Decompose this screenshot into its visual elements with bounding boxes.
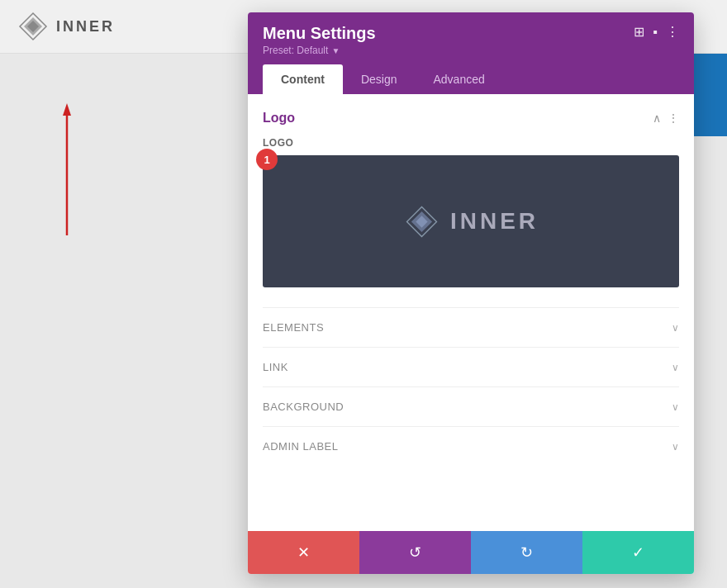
preset-dropdown-arrow: ▼ [331, 46, 340, 55]
tab-content[interactable]: Content [263, 64, 343, 94]
more-options-icon[interactable]: ⋮ [666, 24, 679, 40]
red-arrow [62, 99, 72, 243]
svg-marker-4 [63, 103, 71, 116]
tabs-bar: Content Design Advanced [248, 64, 694, 94]
logo-preview[interactable]: 1 INNER [263, 155, 679, 287]
modal-header-icons: ⊞ ▪ ⋮ [634, 24, 679, 40]
tab-design[interactable]: Design [343, 64, 416, 94]
accordion-background-label: Background [263, 401, 344, 413]
accordion-elements[interactable]: Elements ∨ [263, 307, 679, 347]
accordion-elements-header[interactable]: Elements ∨ [263, 321, 679, 334]
preset-label: Preset: Default [263, 45, 328, 56]
accordion-admin-label-header[interactable]: Admin Label ∨ [263, 440, 679, 453]
modal-title: Menu Settings [263, 24, 376, 43]
accordion-admin-label-label: Admin Label [263, 440, 338, 453]
accordion-link[interactable]: Link ∨ [263, 347, 679, 386]
logo-badge: 1 [256, 149, 278, 170]
brand-name: INNER [56, 18, 115, 36]
logo-section-header: Logo ∧ ⋮ [263, 111, 679, 126]
tab-advanced[interactable]: Advanced [415, 64, 502, 94]
accordion-elements-label: Elements [263, 321, 324, 334]
modal-body: Logo ∧ ⋮ Logo 1 INNER Elements [248, 94, 694, 531]
modal-title-area: Menu Settings Preset: Default ▼ [263, 24, 376, 56]
modal-header: Menu Settings Preset: Default ▼ ⊞ ▪ ⋮ [248, 12, 694, 64]
accordion-background[interactable]: Background ∨ [263, 386, 679, 426]
chevron-link-icon: ∨ [672, 362, 679, 373]
chevron-elements-icon: ∨ [672, 322, 679, 334]
accordion-admin-label[interactable]: Admin Label ∨ [263, 426, 679, 466]
brand-icon [17, 10, 50, 43]
redo-button[interactable]: ↻ [471, 531, 582, 574]
save-button[interactable]: ✓ [582, 531, 694, 574]
fullscreen-icon[interactable]: ⊞ [634, 24, 644, 40]
undo-button[interactable]: ↺ [359, 531, 471, 574]
logo-preview-inner: INNER [403, 203, 539, 240]
chevron-admin-label-icon: ∨ [672, 441, 679, 453]
accordion-link-label: Link [263, 361, 288, 373]
logo-section-title: Logo [263, 111, 295, 126]
logo-preview-text: INNER [450, 208, 539, 235]
chevron-background-icon: ∨ [672, 401, 679, 413]
modal-preset[interactable]: Preset: Default ▼ [263, 45, 376, 56]
collapse-icon[interactable]: ∧ [653, 111, 661, 125]
modal-footer: ✕ ↺ ↻ ✓ [248, 531, 694, 574]
cancel-button[interactable]: ✕ [248, 531, 359, 574]
accordion-link-header[interactable]: Link ∨ [263, 361, 679, 373]
menu-settings-modal: Menu Settings Preset: Default ▼ ⊞ ▪ ⋮ Co… [248, 12, 694, 574]
logo-field-label: Logo [263, 137, 679, 149]
preview-diamond-icon [403, 203, 440, 240]
section-more-icon[interactable]: ⋮ [668, 111, 679, 125]
split-icon[interactable]: ▪ [653, 25, 658, 40]
top-bar-logo: INNER [17, 10, 115, 43]
section-header-icons: ∧ ⋮ [653, 111, 679, 125]
accordion-background-header[interactable]: Background ∨ [263, 401, 679, 413]
